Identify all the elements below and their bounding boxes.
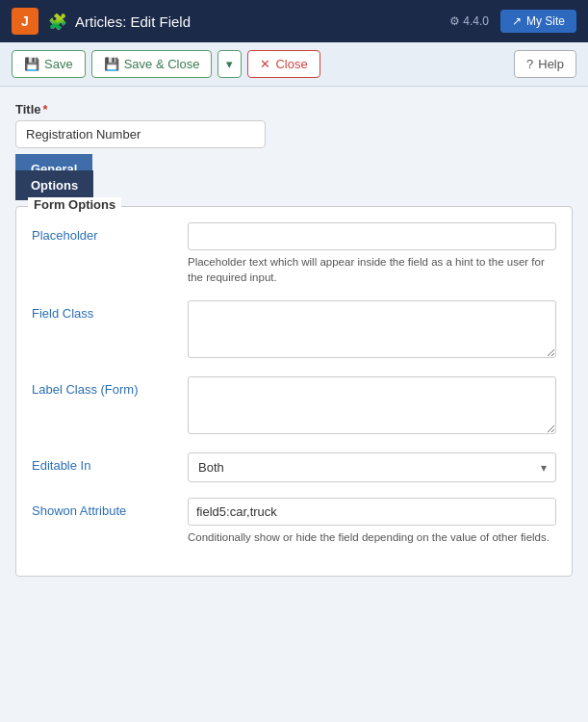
- topbar: J 🧩 Articles: Edit Field ⚙ 4.4.0 ↗ My Si…: [0, 0, 588, 42]
- form-options-section: Form Options Placeholder Placeholder tex…: [15, 206, 573, 577]
- mysite-button[interactable]: ↗ My Site: [500, 10, 576, 33]
- chevron-down-icon: ▾: [226, 57, 233, 71]
- showon-label: Showon Attribute: [32, 498, 176, 518]
- help-button[interactable]: ? Help: [514, 50, 576, 78]
- toolbar: 💾 Save 💾 Save & Close ▾ ✕ Close ? Help: [0, 42, 588, 87]
- label-class-textarea[interactable]: [188, 376, 556, 434]
- placeholder-control: Placeholder text which will appear insid…: [188, 222, 556, 285]
- placeholder-hint: Placeholder text which will appear insid…: [188, 254, 556, 285]
- page-title: Articles: Edit Field: [75, 13, 449, 30]
- label-class-control: [188, 376, 556, 437]
- placeholder-input[interactable]: [188, 222, 556, 250]
- field-class-control: [188, 300, 556, 361]
- editable-in-select-wrapper: Both Site Administrator ▾: [188, 452, 556, 482]
- joomla-logo: J: [12, 8, 38, 35]
- save-button[interactable]: 💾 Save: [12, 50, 86, 78]
- title-label: Title*: [15, 102, 573, 116]
- editable-in-row: Editable In Both Site Administrator ▾: [32, 452, 556, 482]
- field-class-textarea[interactable]: [188, 300, 556, 358]
- save-icon: 💾: [24, 57, 39, 71]
- save-close-icon: 💾: [104, 57, 119, 71]
- help-icon: ?: [526, 57, 533, 71]
- form-section-title: Form Options: [28, 197, 121, 212]
- version-badge: ⚙ 4.4.0: [449, 14, 489, 28]
- title-field-group: Title*: [15, 102, 573, 148]
- placeholder-label: Placeholder: [32, 222, 176, 243]
- external-link-icon: ↗: [512, 14, 522, 28]
- title-input[interactable]: [15, 120, 266, 148]
- editable-in-label: Editable In: [32, 452, 176, 473]
- field-class-label: Field Class: [32, 300, 176, 321]
- editable-in-control: Both Site Administrator ▾: [188, 452, 556, 482]
- label-class-label: Label Class (Form): [32, 376, 176, 397]
- placeholder-row: Placeholder Placeholder text which will …: [32, 222, 556, 285]
- label-class-row: Label Class (Form): [32, 376, 556, 437]
- showon-control: Conditionally show or hide the field dep…: [188, 498, 556, 545]
- showon-input[interactable]: [188, 498, 556, 526]
- close-button[interactable]: ✕ Close: [247, 50, 320, 78]
- dropdown-button[interactable]: ▾: [217, 50, 242, 78]
- showon-row: Showon Attribute Conditionally show or h…: [32, 498, 556, 545]
- tabs-container: General Options: [15, 162, 573, 193]
- tab-options[interactable]: Options: [15, 170, 93, 200]
- editable-in-select[interactable]: Both Site Administrator: [188, 452, 556, 482]
- close-icon: ✕: [260, 57, 270, 71]
- save-close-button[interactable]: 💾 Save & Close: [91, 50, 213, 78]
- main-content: Title* General Options Form Options Plac…: [0, 87, 588, 577]
- field-class-row: Field Class: [32, 300, 556, 361]
- showon-hint: Conditionally show or hide the field dep…: [188, 529, 556, 545]
- puzzle-icon: 🧩: [48, 13, 67, 31]
